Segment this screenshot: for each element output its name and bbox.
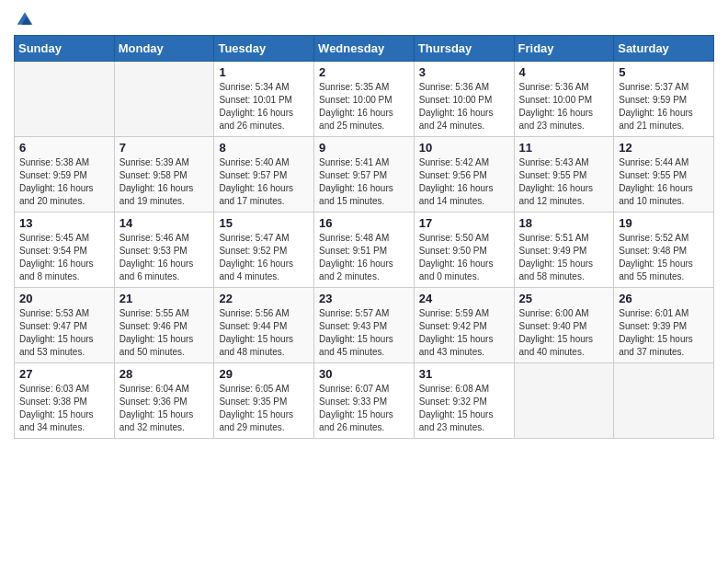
calendar-cell: 28Sunrise: 6:04 AM Sunset: 9:36 PM Dayli…	[114, 363, 214, 439]
calendar-cell: 10Sunrise: 5:42 AM Sunset: 9:56 PM Dayli…	[414, 137, 514, 213]
calendar-header-row: SundayMondayTuesdayWednesdayThursdayFrid…	[15, 36, 714, 62]
day-number: 20	[19, 292, 109, 305]
day-info: Sunrise: 5:53 AM Sunset: 9:47 PM Dayligh…	[19, 307, 109, 359]
day-number: 19	[619, 216, 709, 230]
day-info: Sunrise: 5:47 AM Sunset: 9:52 PM Dayligh…	[219, 232, 309, 283]
day-info: Sunrise: 6:00 AM Sunset: 9:40 PM Dayligh…	[519, 307, 609, 359]
calendar-cell	[614, 363, 714, 439]
day-number: 14	[119, 216, 210, 230]
day-info: Sunrise: 5:35 AM Sunset: 10:00 PM Daylig…	[319, 81, 409, 132]
day-number: 13	[19, 216, 109, 230]
day-number: 6	[19, 141, 109, 155]
calendar-cell: 12Sunrise: 5:44 AM Sunset: 9:55 PM Dayli…	[614, 137, 714, 213]
day-number: 29	[219, 367, 309, 381]
day-info: Sunrise: 6:05 AM Sunset: 9:35 PM Dayligh…	[219, 383, 309, 434]
logo	[14, 9, 34, 28]
day-info: Sunrise: 5:38 AM Sunset: 9:59 PM Dayligh…	[19, 156, 109, 208]
calendar-cell	[114, 62, 214, 137]
day-info: Sunrise: 6:07 AM Sunset: 9:33 PM Dayligh…	[319, 383, 409, 434]
day-info: Sunrise: 5:55 AM Sunset: 9:46 PM Dayligh…	[119, 307, 210, 359]
day-info: Sunrise: 5:42 AM Sunset: 9:56 PM Dayligh…	[419, 156, 509, 208]
day-info: Sunrise: 5:37 AM Sunset: 9:59 PM Dayligh…	[619, 81, 709, 132]
calendar-cell: 31Sunrise: 6:08 AM Sunset: 9:32 PM Dayli…	[414, 363, 514, 439]
day-number: 2	[319, 65, 409, 79]
calendar-cell: 4Sunrise: 5:36 AM Sunset: 10:00 PM Dayli…	[514, 62, 614, 137]
day-info: Sunrise: 5:52 AM Sunset: 9:48 PM Dayligh…	[619, 232, 709, 283]
calendar-cell: 16Sunrise: 5:48 AM Sunset: 9:51 PM Dayli…	[314, 213, 415, 288]
day-number: 4	[519, 65, 609, 79]
calendar-cell: 30Sunrise: 6:07 AM Sunset: 9:33 PM Dayli…	[314, 363, 415, 439]
calendar-cell: 19Sunrise: 5:52 AM Sunset: 9:48 PM Dayli…	[614, 213, 714, 288]
calendar-cell: 2Sunrise: 5:35 AM Sunset: 10:00 PM Dayli…	[314, 62, 415, 137]
column-header-thursday: Thursday	[414, 36, 514, 62]
day-number: 28	[119, 367, 210, 381]
day-number: 16	[319, 216, 409, 230]
day-number: 9	[319, 141, 409, 155]
calendar-cell: 15Sunrise: 5:47 AM Sunset: 9:52 PM Dayli…	[214, 213, 314, 288]
day-info: Sunrise: 5:41 AM Sunset: 9:57 PM Dayligh…	[319, 156, 409, 208]
calendar-cell: 24Sunrise: 5:59 AM Sunset: 9:42 PM Dayli…	[414, 288, 514, 363]
column-header-tuesday: Tuesday	[214, 36, 314, 62]
day-info: Sunrise: 5:39 AM Sunset: 9:58 PM Dayligh…	[119, 156, 210, 208]
calendar-cell: 18Sunrise: 5:51 AM Sunset: 9:49 PM Dayli…	[514, 213, 614, 288]
calendar-week-2: 6Sunrise: 5:38 AM Sunset: 9:59 PM Daylig…	[15, 137, 714, 213]
day-number: 23	[319, 292, 409, 305]
day-number: 7	[119, 141, 210, 155]
calendar-cell: 17Sunrise: 5:50 AM Sunset: 9:50 PM Dayli…	[414, 213, 514, 288]
calendar-cell: 22Sunrise: 5:56 AM Sunset: 9:44 PM Dayli…	[214, 288, 314, 363]
calendar-cell: 7Sunrise: 5:39 AM Sunset: 9:58 PM Daylig…	[114, 137, 214, 213]
day-number: 3	[419, 65, 509, 79]
calendar-cell: 8Sunrise: 5:40 AM Sunset: 9:57 PM Daylig…	[214, 137, 314, 213]
day-number: 1	[219, 65, 309, 79]
calendar-cell: 9Sunrise: 5:41 AM Sunset: 9:57 PM Daylig…	[314, 137, 415, 213]
calendar-cell: 25Sunrise: 6:00 AM Sunset: 9:40 PM Dayli…	[514, 288, 614, 363]
day-number: 24	[419, 292, 509, 305]
day-number: 12	[619, 141, 709, 155]
day-info: Sunrise: 5:48 AM Sunset: 9:51 PM Dayligh…	[319, 232, 409, 283]
day-number: 25	[519, 292, 609, 305]
calendar-cell: 21Sunrise: 5:55 AM Sunset: 9:46 PM Dayli…	[114, 288, 214, 363]
day-info: Sunrise: 5:43 AM Sunset: 9:55 PM Dayligh…	[519, 156, 609, 208]
day-number: 11	[519, 141, 609, 155]
day-number: 5	[619, 65, 709, 79]
calendar-cell: 13Sunrise: 5:45 AM Sunset: 9:54 PM Dayli…	[15, 213, 115, 288]
day-info: Sunrise: 5:57 AM Sunset: 9:43 PM Dayligh…	[319, 307, 409, 359]
day-number: 17	[419, 216, 509, 230]
day-info: Sunrise: 5:45 AM Sunset: 9:54 PM Dayligh…	[19, 232, 109, 283]
calendar-cell	[15, 62, 115, 137]
day-number: 21	[119, 292, 210, 305]
day-number: 22	[219, 292, 309, 305]
day-info: Sunrise: 5:44 AM Sunset: 9:55 PM Dayligh…	[619, 156, 709, 208]
calendar-cell: 3Sunrise: 5:36 AM Sunset: 10:00 PM Dayli…	[414, 62, 514, 137]
day-info: Sunrise: 5:36 AM Sunset: 10:00 PM Daylig…	[519, 81, 609, 132]
calendar-week-3: 13Sunrise: 5:45 AM Sunset: 9:54 PM Dayli…	[15, 213, 714, 288]
calendar-week-5: 27Sunrise: 6:03 AM Sunset: 9:38 PM Dayli…	[15, 363, 714, 439]
page-header	[14, 9, 714, 28]
column-header-monday: Monday	[114, 36, 214, 62]
calendar-week-4: 20Sunrise: 5:53 AM Sunset: 9:47 PM Dayli…	[15, 288, 714, 363]
day-info: Sunrise: 6:01 AM Sunset: 9:39 PM Dayligh…	[619, 307, 709, 359]
day-number: 15	[219, 216, 309, 230]
calendar-cell: 6Sunrise: 5:38 AM Sunset: 9:59 PM Daylig…	[15, 137, 115, 213]
day-info: Sunrise: 5:46 AM Sunset: 9:53 PM Dayligh…	[119, 232, 210, 283]
calendar-cell: 14Sunrise: 5:46 AM Sunset: 9:53 PM Dayli…	[114, 213, 214, 288]
column-header-friday: Friday	[514, 36, 614, 62]
calendar-cell: 23Sunrise: 5:57 AM Sunset: 9:43 PM Dayli…	[314, 288, 415, 363]
day-info: Sunrise: 5:56 AM Sunset: 9:44 PM Dayligh…	[219, 307, 309, 359]
day-info: Sunrise: 5:51 AM Sunset: 9:49 PM Dayligh…	[519, 232, 609, 283]
calendar-cell: 27Sunrise: 6:03 AM Sunset: 9:38 PM Dayli…	[15, 363, 115, 439]
calendar: SundayMondayTuesdayWednesdayThursdayFrid…	[14, 35, 714, 439]
calendar-cell: 26Sunrise: 6:01 AM Sunset: 9:39 PM Dayli…	[614, 288, 714, 363]
calendar-cell: 5Sunrise: 5:37 AM Sunset: 9:59 PM Daylig…	[614, 62, 714, 137]
day-number: 27	[19, 367, 109, 381]
logo-icon	[16, 9, 34, 28]
column-header-sunday: Sunday	[15, 36, 115, 62]
day-number: 10	[419, 141, 509, 155]
calendar-cell: 1Sunrise: 5:34 AM Sunset: 10:01 PM Dayli…	[214, 62, 314, 137]
day-number: 26	[619, 292, 709, 305]
column-header-saturday: Saturday	[614, 36, 714, 62]
calendar-cell	[514, 363, 614, 439]
calendar-cell: 11Sunrise: 5:43 AM Sunset: 9:55 PM Dayli…	[514, 137, 614, 213]
column-header-wednesday: Wednesday	[314, 36, 415, 62]
day-info: Sunrise: 6:04 AM Sunset: 9:36 PM Dayligh…	[119, 383, 210, 434]
